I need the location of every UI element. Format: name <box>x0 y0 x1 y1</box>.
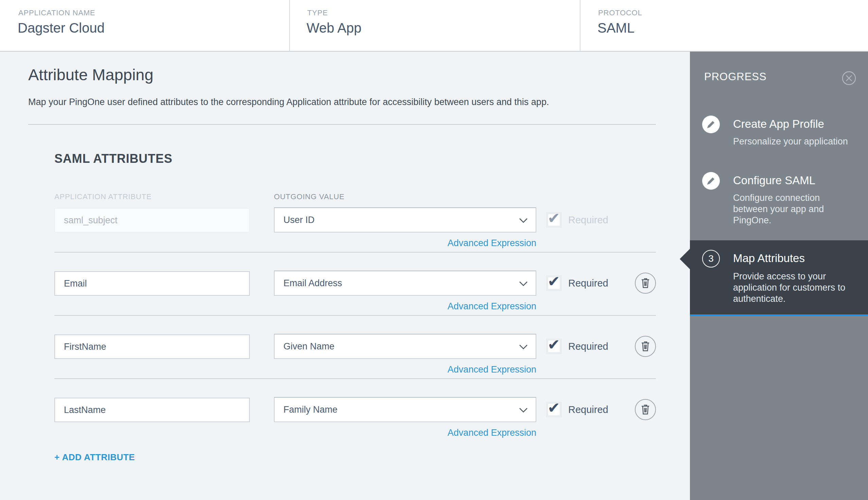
row-divider <box>54 315 656 316</box>
chevron-down-icon <box>518 281 528 287</box>
outgoing-value-selected: Email Address <box>284 278 342 288</box>
checkmark-icon: ✔ <box>548 336 560 353</box>
row-divider <box>54 378 656 379</box>
step-title: Map Attributes <box>733 252 805 265</box>
required-checkbox[interactable]: ✔ <box>546 402 562 417</box>
chevron-down-icon <box>518 344 528 350</box>
required-label: Required <box>568 341 608 352</box>
attribute-row-firstname: ← Given Name ✔ Required <box>54 334 656 397</box>
outgoing-value-dropdown[interactable]: Email Address <box>274 271 536 296</box>
required-label: Required <box>568 404 608 416</box>
pencil-icon <box>707 120 716 129</box>
required-checkbox[interactable]: ✔ <box>546 339 562 354</box>
add-attribute-button[interactable]: + ADD ATTRIBUTE <box>54 452 135 463</box>
application-attribute-input[interactable] <box>54 271 250 296</box>
step-title: Configure SAML <box>733 174 815 187</box>
checkmark-icon: ✔ <box>548 273 560 290</box>
advanced-expression-link[interactable]: Advanced Expression <box>274 238 536 249</box>
progress-step-map-attributes[interactable]: 3 Map Attributes Provide access to your … <box>690 240 868 316</box>
attribute-mapping-main: Attribute Mapping Map your PingOne user … <box>0 52 690 500</box>
type-value: Web App <box>307 20 362 36</box>
chevron-down-icon <box>518 217 528 224</box>
trash-icon <box>640 404 651 416</box>
step-subtitle: Personalize your application <box>733 136 852 147</box>
outgoing-value-dropdown[interactable]: User ID <box>274 207 536 232</box>
type-column: TYPE Web App <box>290 0 580 51</box>
application-name-label: APPLICATION NAME <box>18 9 95 17</box>
checkmark-icon: ✔ <box>548 209 560 227</box>
outgoing-value-selected: User ID <box>284 215 315 225</box>
attribute-rows: ← User ID ✔ Required Advanced Expression <box>54 207 656 445</box>
type-label: TYPE <box>307 9 328 17</box>
delete-attribute-button[interactable] <box>635 336 656 357</box>
outgoing-value-dropdown[interactable]: Given Name <box>274 334 536 359</box>
application-attribute-input[interactable] <box>54 208 250 232</box>
step-subtitle: Provide access to your application for c… <box>733 271 852 305</box>
protocol-column: PROTOCOL SAML <box>581 0 868 51</box>
checkmark-icon: ✔ <box>548 399 560 417</box>
attribute-row-lastname: ← Family Name ✔ Required <box>54 397 656 445</box>
trash-icon <box>640 277 651 289</box>
required-label: Required <box>568 278 608 289</box>
close-button[interactable] <box>842 71 856 86</box>
step-subtitle: Configure connection between your app an… <box>733 192 852 226</box>
application-name-column: APPLICATION NAME Dagster Cloud <box>0 0 289 51</box>
advanced-expression-link[interactable]: Advanced Expression <box>274 428 536 438</box>
trash-icon <box>640 341 651 352</box>
application-attribute-input[interactable] <box>54 334 250 359</box>
saml-attributes-section-title: SAML ATTRIBUTES <box>54 151 172 166</box>
protocol-value: SAML <box>597 20 635 36</box>
outgoing-value-column-header: OUTGOING VALUE <box>274 192 345 201</box>
pencil-icon <box>707 177 716 185</box>
application-attribute-input[interactable] <box>54 398 250 422</box>
required-label: Required <box>568 215 608 226</box>
outgoing-value-selected: Family Name <box>284 405 338 415</box>
required-checkbox[interactable]: ✔ <box>546 275 562 291</box>
delete-attribute-button[interactable] <box>635 273 656 294</box>
divider <box>28 124 656 125</box>
advanced-expression-link[interactable]: Advanced Expression <box>274 301 536 312</box>
page-description: Map your PingOne user defined attributes… <box>28 97 549 107</box>
step-number-badge: 3 <box>702 250 720 268</box>
app-summary-header: APPLICATION NAME Dagster Cloud TYPE Web … <box>0 0 868 52</box>
chevron-down-icon <box>518 407 528 413</box>
progress-panel-title: PROGRESS <box>704 71 767 83</box>
attribute-row-email: ← Email Address ✔ Required <box>54 271 656 334</box>
application-attribute-column-header: APPLICATION ATTRIBUTE <box>54 192 151 201</box>
outgoing-value-dropdown[interactable]: Family Name <box>274 397 536 422</box>
application-name-value: Dagster Cloud <box>18 20 105 36</box>
protocol-label: PROTOCOL <box>598 9 642 17</box>
attribute-mapping-page: APPLICATION NAME Dagster Cloud TYPE Web … <box>0 0 868 500</box>
progress-panel: PROGRESS Create App Profile Personalize … <box>690 52 868 500</box>
required-checkbox[interactable]: ✔ <box>546 212 562 228</box>
close-icon <box>842 71 856 86</box>
delete-attribute-button[interactable] <box>635 399 656 420</box>
attribute-row-saml-subject: ← User ID ✔ Required Advanced Expression <box>54 207 656 271</box>
step-title: Create App Profile <box>733 117 824 130</box>
row-divider <box>54 252 656 252</box>
outgoing-value-selected: Given Name <box>284 341 334 352</box>
advanced-expression-link[interactable]: Advanced Expression <box>274 364 536 375</box>
active-step-notch <box>680 249 690 270</box>
page-title: Attribute Mapping <box>28 65 153 84</box>
